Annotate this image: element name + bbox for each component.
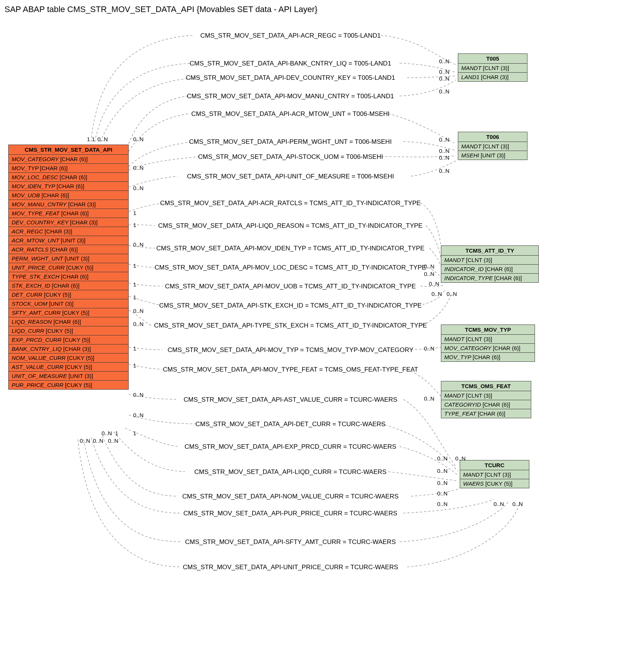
cardinality-label: 0..N [424,263,435,270]
table-row: ACR_RATCLS [CHAR (6)] [9,245,128,254]
cardinality-label: 0..N [133,392,144,398]
cardinality-label: 0..N [133,165,144,171]
field-type: [CHAR (6)] [50,246,77,253]
field-name: TYPE_STK_EXCH [12,273,59,280]
table-row: MANDT [CLNT (3)] [441,335,535,344]
field-name: MOV_UOB [12,192,40,198]
field-type: [CHAR (6)] [56,183,84,189]
table-row: PUR_PRICE_CURR [CUKY (5)] [9,381,128,389]
field-type: [CLNT (3)] [483,65,509,71]
relation-label: CMS_STR_MOV_SET_DATA_API-DET_CURR = TCUR… [196,421,386,428]
table-row: MOV_MANU_CNTRY [CHAR (3)] [9,200,128,209]
cardinality-label: 0..N [108,437,119,444]
field-name: INDICATOR_ID [444,266,483,272]
table-row: MSEHI [UNIT (3)] [458,151,527,160]
relation-label: CMS_STR_MOV_SET_DATA_API-LIQD_CURR = TCU… [194,468,387,476]
table-row: MOV_TYP [CHAR (6)] [441,353,535,361]
cardinality-label: 1 [133,294,136,300]
relation-label: CMS_STR_MOV_SET_DATA_API-EXP_PRCD_CURR =… [185,443,397,451]
table-row: INDICATOR_TYPE [CHAR (6)] [441,274,538,282]
field-name: MANDT [444,392,464,399]
cardinality-label: 0..N [437,468,448,474]
entity-tcms-oms-feat: TCMS_OMS_FEATMANDT [CLNT (3)]CATEGORYID … [441,381,531,418]
relation-label: CMS_STR_MOV_SET_DATA_API-PERM_WGHT_UNT =… [189,138,392,146]
cardinality-label: 0..N [439,88,450,94]
entity-main-header: CMS_STR_MOV_SET_DATA_API [9,145,128,155]
field-type: [CUKY (5)] [46,328,73,334]
cardinality-label: 0..N [424,271,435,277]
field-type: [CLNT (3)] [466,392,492,399]
field-name: MANDT [444,257,464,263]
cardinality-label: 0..N [133,241,144,248]
field-name: STOCK_UOM [12,300,47,307]
entity-tcms-mov-typ: TCMS_MOV_TYPMANDT [CLNT (3)]MOV_CATEGORY… [441,325,535,362]
relation-label: CMS_STR_MOV_SET_DATA_API-STK_EXCH_ID = T… [159,302,422,309]
entity-header: T006 [458,132,527,142]
table-row: MANDT [CLNT (3)] [458,64,527,73]
cardinality-label: 0..N [424,345,435,352]
relation-label: CMS_STR_MOV_SET_DATA_API-BANK_CNTRY_LIQ … [190,60,391,67]
field-type: [CHAR (6)] [61,273,88,280]
field-type: [CHAR (3)] [481,74,509,80]
field-type: [CUKY (5)] [485,480,512,487]
field-name: PUR_PRICE_CURR [12,382,64,388]
field-name: MSEHI [461,152,479,158]
table-row: STOCK_UOM [UNIT (3)] [9,299,128,308]
entity-header: T005 [458,54,527,64]
field-type: [CHAR (6)] [483,401,510,408]
field-type: [CHAR (3)] [63,346,91,352]
field-type: [CHAR (6)] [494,275,522,281]
field-type: [CUKY (5)] [63,337,90,343]
field-name: WAERS [463,480,484,487]
entity-t005: T005MANDT [CLNT (3)]LAND1 [CHAR (3)] [458,53,527,82]
relation-label: CMS_STR_MOV_SET_DATA_API-UNIT_OF_MEASURE… [187,173,394,180]
field-name: MOV_LOC_DESC [12,174,58,180]
table-row: MANDT [CLNT (3)] [458,142,527,151]
field-name: DEV_COUNTRY_KEY [12,219,68,226]
table-row: MOV_CATEGORY [CHAR (6)] [9,155,128,164]
field-type: [UNIT (3)] [481,152,506,158]
relation-label: CMS_STR_MOV_SET_DATA_API-MOV_TYPE_FEAT =… [163,366,418,373]
field-name: AST_VALUE_CURR [12,364,64,370]
cardinality-label: 0..N [102,430,112,436]
relation-label: CMS_STR_MOV_SET_DATA_API-MOV_MANU_CNTRY … [187,93,394,100]
table-row: MOV_TYP [CHAR (6)] [9,164,128,173]
table-row: PERM_WGHT_UNT [UNIT (3)] [9,254,128,263]
table-row: SFTY_AMT_CURR [CUKY (5)] [9,308,128,317]
field-name: MOV_TYP [444,354,471,360]
diagram-canvas: CMS_STR_MOV_SET_DATA_API MOV_CATEGORY [C… [5,16,618,671]
table-row: DEV_COUNTRY_KEY [CHAR (3)] [9,218,128,227]
cardinality-label: 0..N [432,291,442,297]
table-row: MOV_UOB [CHAR (6)] [9,191,128,200]
relation-label: CMS_STR_MOV_SET_DATA_API-TYPE_STK_EXCH =… [154,322,427,329]
relation-label: CMS_STR_MOV_SET_DATA_API-SFTY_AMT_CURR =… [185,538,396,546]
relation-label: CMS_STR_MOV_SET_DATA_API-MOV_LOC_DESC = … [155,264,426,271]
cardinality-label: 0..N [97,136,108,142]
cardinality-label: 1 [92,136,95,142]
field-type: [CHAR (6)] [60,156,88,162]
field-type: [CHAR (6)] [473,354,500,360]
cardinality-label: 0..N [439,58,450,64]
field-name: MANDT [463,471,483,478]
relation-label: CMS_STR_MOV_SET_DATA_API-ACR_REGC = T005… [201,32,381,40]
field-type: [CUKY (5)] [44,291,71,298]
field-type: [CHAR (3)] [68,201,96,207]
field-name: MOV_CATEGORY [444,345,491,351]
field-type: [CHAR (6)] [53,318,81,325]
entity-t006: T006MANDT [CLNT (3)]MSEHI [UNIT (3)] [458,132,527,160]
cardinality-label: 1 [133,262,136,269]
relation-label: CMS_STR_MOV_SET_DATA_API-ACR_RATCLS = TC… [160,200,421,207]
field-name: BANK_CNTRY_LIQ [12,346,62,352]
field-type: [CLNT (3)] [485,471,511,478]
field-type: [CUKY (5)] [66,264,93,271]
field-type: [CHAR (3)] [70,219,97,226]
entity-header: TCMS_MOV_TYP [441,325,535,335]
field-type: [CUKY (5)] [65,382,92,388]
table-row: LAND1 [CHAR (3)] [458,73,527,81]
cardinality-label: 0..N [133,185,144,191]
cardinality-label: 0..N [512,501,523,507]
field-name: LIQD_REASON [12,318,52,325]
cardinality-label: 0..N [437,455,448,462]
field-type: [UNIT (3)] [68,373,93,379]
cardinality-label: 1 [115,430,118,436]
